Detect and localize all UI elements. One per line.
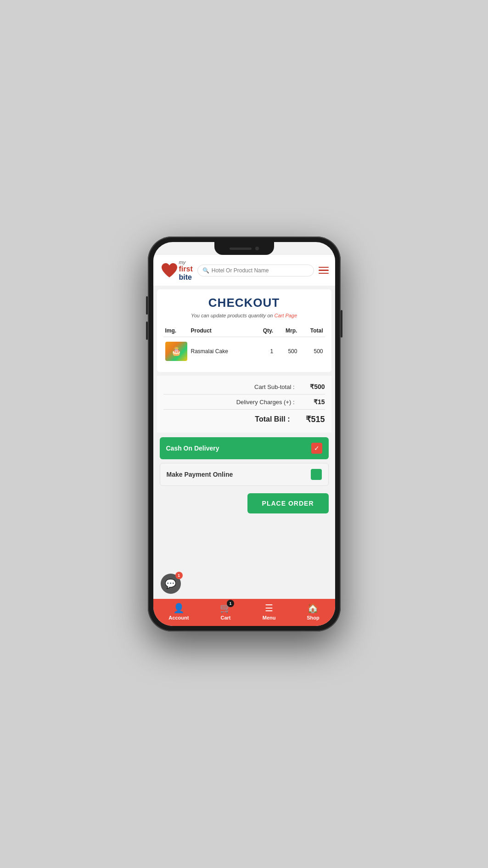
cart-badge: 1 — [227, 600, 234, 607]
camera — [255, 247, 259, 250]
product-table: Img. Product Qty. Mrp. Total 🎂 — [163, 325, 325, 366]
col-mrp: Mrp. — [275, 325, 299, 337]
total-bill-label: Total Bill : — [255, 415, 290, 423]
payment-section: Cash On Delivery ✓ Make Payment Online — [153, 433, 335, 490]
checkout-box: CHECKOUT You can update products quantit… — [157, 289, 331, 372]
search-input[interactable] — [212, 267, 309, 274]
online-payment-option[interactable]: Make Payment Online — [160, 463, 329, 486]
logo-heart-icon — [160, 262, 179, 279]
hamburger-line-3 — [319, 273, 329, 274]
bottom-nav: 👤 Account 🛒 1 Cart ☰ Menu — [153, 599, 335, 626]
chat-icon: 💬 — [165, 578, 176, 589]
menu-icon: ☰ — [265, 603, 273, 614]
cart-subtotal-value: ₹500 — [302, 383, 325, 390]
cart-subtotal-row: Cart Sub-total : ₹500 — [163, 380, 325, 393]
product-total: 500 — [299, 337, 325, 366]
vol-down-button — [146, 321, 148, 340]
phone-screen: my first bite 🔍 — [153, 242, 335, 626]
product-mrp: 500 — [275, 337, 299, 366]
empty-space — [153, 520, 335, 557]
product-image-cell: 🎂 — [163, 337, 189, 366]
logo-text: my first bite — [179, 259, 193, 281]
online-payment-label: Make Payment Online — [167, 471, 233, 478]
total-bill-row: Total Bill : ₹515 — [163, 411, 325, 428]
product-name: Rasmalai Cake — [189, 337, 253, 366]
place-order-button[interactable]: PLACE ORDER — [247, 493, 329, 513]
notch — [214, 242, 274, 255]
product-qty: 1 — [253, 337, 275, 366]
checkout-subtitle: You can update products quantity on Cart… — [163, 313, 325, 318]
account-icon: 👤 — [173, 603, 185, 614]
cart-page-link[interactable]: Cart Page — [275, 313, 297, 318]
nav-cart-wrapper: 🛒 1 Cart — [220, 603, 231, 620]
logo-my: my — [179, 259, 193, 265]
chat-badge: 1 — [175, 572, 183, 579]
cart-label: Cart — [221, 615, 231, 620]
cash-on-delivery-option[interactable]: Cash On Delivery ✓ — [160, 437, 329, 459]
col-total: Total — [299, 325, 325, 337]
online-payment-checkbox[interactable] — [311, 469, 322, 480]
col-product: Product — [189, 325, 253, 337]
col-img: Img. — [163, 325, 189, 337]
logo-first: first — [179, 265, 193, 273]
page-title: CHECKOUT — [163, 296, 325, 310]
table-row: 🎂 Rasmalai Cake 1 500 500 — [163, 337, 325, 366]
col-qty: Qty. — [253, 325, 275, 337]
hamburger-menu[interactable] — [319, 267, 329, 274]
vol-up-button — [146, 296, 148, 315]
place-order-section: PLACE ORDER — [153, 490, 335, 520]
hamburger-line-2 — [319, 270, 329, 271]
summary-section: Cart Sub-total : ₹500 Delivery Charges (… — [157, 376, 331, 433]
nav-cart[interactable]: 🛒 1 Cart — [220, 603, 231, 620]
delivery-charges-value: ₹15 — [302, 398, 325, 406]
speaker — [230, 248, 252, 250]
app-header: my first bite 🔍 — [153, 255, 335, 286]
chat-bubble[interactable]: 💬 1 — [161, 574, 181, 594]
cod-label: Cash On Delivery — [166, 445, 219, 452]
power-button — [341, 310, 342, 338]
delivery-charges-row: Delivery Charges (+) : ₹15 — [163, 395, 325, 408]
search-bar[interactable]: 🔍 — [197, 265, 314, 276]
menu-label: Menu — [263, 615, 276, 620]
shop-label: Shop — [307, 615, 320, 620]
main-content: CHECKOUT You can update products quantit… — [153, 286, 335, 599]
nav-account[interactable]: 👤 Account — [168, 603, 189, 620]
cod-checkbox[interactable]: ✓ — [311, 443, 322, 454]
screen-content: my first bite 🔍 — [153, 242, 335, 626]
phone-frame: my first bite 🔍 — [148, 237, 341, 631]
delivery-charges-label: Delivery Charges (+) : — [236, 399, 295, 406]
account-label: Account — [168, 615, 189, 620]
nav-shop[interactable]: 🏠 Shop — [307, 603, 320, 620]
total-bill-value: ₹515 — [297, 414, 325, 424]
search-icon: 🔍 — [202, 267, 209, 274]
logo[interactable]: my first bite — [160, 259, 193, 281]
nav-menu[interactable]: ☰ Menu — [263, 603, 276, 620]
product-image: 🎂 — [165, 342, 187, 361]
cart-subtotal-label: Cart Sub-total : — [254, 383, 294, 390]
logo-bite: bite — [179, 273, 193, 282]
shop-icon: 🏠 — [307, 603, 319, 614]
hamburger-line-1 — [319, 267, 329, 268]
